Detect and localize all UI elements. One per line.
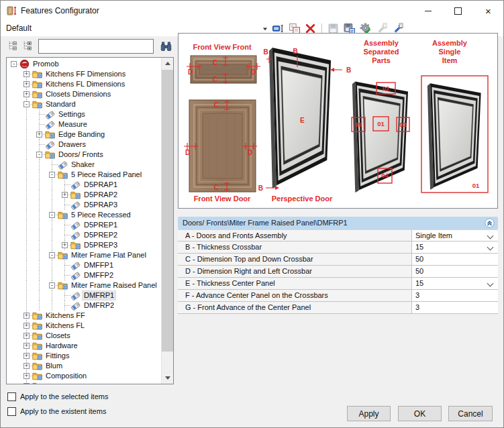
tree-item[interactable]: +D5PRAP2 (7, 190, 162, 200)
tree-connector (64, 205, 70, 205)
property-value-dropdown[interactable]: Single Item (412, 230, 498, 241)
expand-all-icon[interactable] (22, 40, 34, 51)
collapse-section-button[interactable] (485, 218, 495, 228)
tree-scrollbar[interactable] (161, 58, 173, 384)
tree-item[interactable]: DMFFP1 (7, 260, 162, 270)
tree-item[interactable]: + (7, 381, 162, 384)
tree-item-label: Promob (32, 60, 60, 68)
chevron-down-icon[interactable] (487, 244, 494, 251)
tree-item-label: Fittings (44, 352, 70, 360)
tree-item[interactable]: Shaker (7, 160, 162, 170)
apply-selected-checkbox[interactable] (7, 392, 16, 401)
tree-item[interactable]: +Blum (7, 361, 162, 371)
scroll-down-icon[interactable] (162, 372, 173, 384)
tree-item[interactable]: +Closets (7, 331, 162, 341)
tree-item[interactable]: -Standard (7, 99, 162, 109)
expand-icon[interactable]: + (23, 373, 30, 379)
tree-item[interactable]: -Promob (7, 59, 162, 69)
collapse-icon[interactable]: - (49, 252, 55, 258)
collapse-icon[interactable]: - (49, 212, 55, 218)
tree-item[interactable]: D5PRAP3 (7, 200, 162, 210)
tree-item[interactable]: D5PRAP1 (7, 180, 162, 190)
tree-item[interactable]: Settings (7, 109, 162, 119)
tree-item[interactable]: Drawers (7, 140, 162, 150)
collapse-all-icon[interactable] (7, 40, 19, 51)
tree-item[interactable]: +Kitchens FF Dimensions (7, 69, 162, 79)
maximize-button[interactable] (443, 1, 473, 21)
expand-icon[interactable]: + (23, 313, 30, 319)
property-value-field[interactable]: 50 (412, 254, 498, 265)
app-icon (6, 5, 17, 16)
tree-item[interactable]: +Kitchens FF (7, 311, 162, 321)
expand-icon[interactable]: + (36, 131, 42, 138)
apply-button[interactable]: Apply (347, 406, 391, 421)
expand-icon[interactable]: + (23, 91, 30, 97)
folder-icon (32, 321, 42, 331)
marker-d: D (251, 68, 256, 76)
tree-item-label: Hardware (44, 341, 79, 350)
folder-icon (32, 361, 42, 371)
cancel-button[interactable]: Cancel (448, 406, 493, 421)
collapse-icon[interactable]: - (49, 282, 55, 288)
tree-item[interactable]: Measure (7, 119, 162, 129)
expand-icon[interactable]: + (23, 81, 30, 87)
property-value-dropdown[interactable]: 15 (412, 278, 498, 289)
scrollbar-thumb[interactable] (162, 70, 173, 352)
tree-item[interactable]: +Fittings (7, 351, 162, 361)
collapse-icon[interactable]: - (23, 101, 30, 107)
tree-item-label: D5PREP3 (83, 241, 119, 250)
chevron-down-icon[interactable] (487, 280, 494, 287)
expand-icon[interactable]: + (23, 363, 30, 369)
expand-icon[interactable]: + (23, 353, 30, 359)
profile-selector[interactable]: Default (6, 21, 32, 36)
collapse-icon[interactable]: - (36, 152, 42, 158)
expand-icon[interactable]: + (23, 71, 30, 77)
tree-item[interactable]: +Edge Banding (7, 129, 162, 140)
tree-item[interactable]: -Miter Frame Flat Panel (7, 250, 162, 260)
tree-item[interactable]: DMFFP2 (7, 270, 162, 280)
tree-item[interactable]: +Kitchens FL (7, 321, 162, 331)
tree-item[interactable]: +Composition (7, 371, 162, 381)
expand-icon[interactable]: + (23, 323, 30, 329)
tree-item-label: Settings (57, 110, 87, 119)
expand-icon[interactable]: + (23, 333, 30, 339)
property-value-field[interactable]: 3 (412, 302, 498, 313)
tree-item[interactable]: -Miter Frame Raised Panel (7, 280, 162, 290)
tree-item[interactable]: +Hardware (7, 341, 162, 351)
tree-item[interactable]: +Kitchens FL Dimensions (7, 79, 162, 89)
chevron-down-icon[interactable] (487, 233, 494, 239)
tree-item[interactable]: DMFRP1 (7, 290, 162, 301)
collapse-icon[interactable]: - (49, 172, 55, 178)
collapse-icon[interactable]: - (11, 61, 17, 67)
property-row: A - Doors and Fronts AssemblySingle Item (178, 229, 498, 242)
search-icon[interactable] (160, 40, 172, 52)
property-value: Single Item (415, 231, 452, 239)
tree-item[interactable]: -Doors/ Fronts (7, 150, 162, 160)
tree-item[interactable]: D5PREP1 (7, 220, 162, 230)
tree-item[interactable]: +D5PREP3 (7, 240, 162, 250)
tree-connector (52, 164, 58, 165)
tree-item[interactable]: -5 Piece Raised Panel (7, 170, 162, 180)
property-value-field[interactable]: 3 (412, 290, 498, 301)
tree-item[interactable]: +Closets Dimensions (7, 89, 162, 99)
tree-item[interactable]: D5PREP2 (7, 230, 162, 240)
minimize-button[interactable] (413, 1, 443, 21)
assembly-separated-title: Separated (363, 48, 399, 56)
folder-icon (70, 190, 81, 200)
expand-icon[interactable]: + (23, 383, 30, 384)
close-button[interactable]: × (473, 1, 503, 21)
tree-item[interactable]: -5 Piece Recessed (7, 210, 162, 220)
expand-icon[interactable]: + (23, 343, 30, 349)
tree-item-label: Drawers (57, 140, 87, 149)
preview-panel: Front View Front C C D D (178, 33, 498, 209)
expand-icon[interactable]: + (62, 242, 68, 248)
ok-button[interactable]: OK (398, 406, 442, 421)
tree-item[interactable]: DMFRP2 (7, 301, 162, 311)
property-value-field[interactable]: 50 (412, 266, 498, 277)
apply-existent-checkbox[interactable] (7, 407, 16, 416)
folder-icon (32, 69, 42, 79)
search-input[interactable] (38, 39, 154, 54)
expand-icon[interactable]: + (62, 192, 68, 198)
scroll-up-icon[interactable] (162, 58, 173, 69)
property-value-dropdown[interactable]: 15 (412, 242, 498, 253)
